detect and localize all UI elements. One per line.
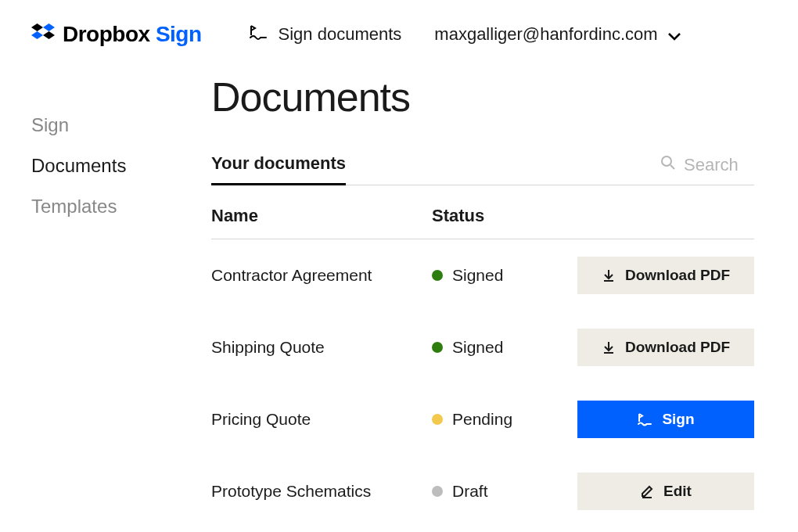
table-header-row: Name Status [211,185,754,239]
status-label: Draft [452,482,488,501]
sign-documents-label: Sign documents [279,24,402,45]
document-name[interactable]: Prototype Schematics [211,482,432,501]
brand-name-1: Dropbox [63,22,150,46]
action-label: Sign [662,411,694,428]
search-wrap [660,155,754,185]
svg-line-5 [670,165,674,169]
column-header-name: Name [211,206,432,226]
status-dot-icon [432,414,443,425]
document-list: Contractor AgreementSignedDownload PDFSh… [211,239,754,527]
svg-point-4 [662,156,671,166]
signature-icon [249,23,268,45]
svg-marker-3 [43,31,55,39]
download-icon [602,268,616,282]
sidebar-item-sign[interactable]: Sign [31,105,211,146]
search-input[interactable] [684,155,754,175]
document-name[interactable]: Pricing Quote [211,410,432,429]
table-row: Contractor AgreementSignedDownload PDF [211,239,754,311]
tab-your-documents[interactable]: Your documents [211,153,346,185]
edit-button[interactable]: Edit [577,473,754,510]
sidebar-item-documents[interactable]: Documents [31,146,211,186]
brand-name-2: Sign [156,22,202,46]
sidebar-item-templates[interactable]: Templates [31,186,211,227]
document-status: Pending [432,410,557,429]
edit-icon [640,484,654,498]
tabs-search-row: Your documents [211,153,754,185]
document-status: Signed [432,266,557,285]
user-menu[interactable]: maxgalliger@hanfordinc.com [434,24,681,45]
document-status: Signed [432,338,557,357]
app-header: Dropbox Sign Sign documents maxgalliger@… [0,0,798,63]
table-row: Prototype SchematicsDraftEdit [211,455,754,527]
sidebar-nav: Sign Documents Templates [31,63,211,527]
svg-marker-2 [31,31,43,39]
sign-icon [637,412,652,426]
sign-documents-link[interactable]: Sign documents [249,23,402,45]
action-label: Download PDF [625,339,730,356]
brand-logo[interactable]: Dropbox Sign [31,22,202,47]
status-dot-icon [432,270,443,281]
column-header-status: Status [432,206,557,226]
dropbox-logo-icon [31,23,55,45]
table-row: Pricing QuotePendingSign [211,383,754,455]
table-row: Shipping QuoteSignedDownload PDF [211,311,754,383]
document-name[interactable]: Contractor Agreement [211,266,432,285]
action-label: Download PDF [625,267,730,284]
header-right: Sign documents maxgalliger@hanfordinc.co… [249,23,681,45]
status-label: Pending [452,410,512,429]
svg-marker-0 [31,23,43,31]
status-label: Signed [452,338,503,357]
download-button[interactable]: Download PDF [577,329,754,366]
status-dot-icon [432,342,443,353]
document-status: Draft [432,482,557,501]
document-name[interactable]: Shipping Quote [211,338,432,357]
svg-marker-1 [43,23,55,31]
search-icon [660,155,676,175]
user-email: maxgalliger@hanfordinc.com [434,24,657,45]
download-icon [602,340,616,354]
main-content: Documents Your documents Name Status Con… [211,63,798,527]
status-dot-icon [432,486,443,497]
status-label: Signed [452,266,503,285]
download-button[interactable]: Download PDF [577,257,754,294]
page-title: Documents [211,74,754,120]
chevron-down-icon [667,28,681,45]
action-label: Edit [663,483,692,500]
sign-button[interactable]: Sign [577,401,754,438]
